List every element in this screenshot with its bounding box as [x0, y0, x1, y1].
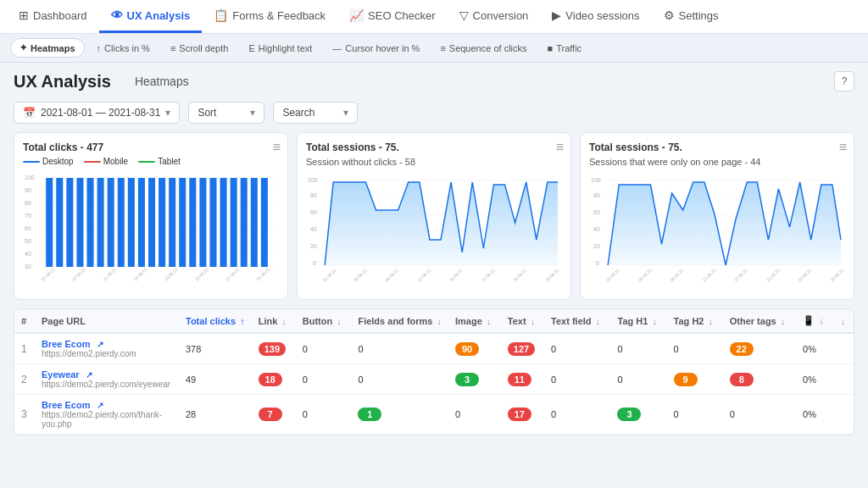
svg-text:40: 40 — [310, 226, 317, 232]
chart1-menu-icon[interactable]: ≡ — [273, 140, 281, 155]
svg-text:29.08.21: 29.08.21 — [829, 268, 844, 283]
svg-rect-30 — [189, 178, 196, 267]
search-dropdown[interactable]: Search ▾ — [273, 102, 358, 124]
nav-dashboard[interactable]: ⊞ Dashboard — [7, 0, 99, 33]
th-othertags[interactable]: Other tags ↓ — [723, 309, 796, 333]
external-link-icon[interactable]: ↗ — [97, 401, 103, 410]
th-mobile[interactable]: 📱 ↓ — [796, 309, 832, 333]
total-clicks-cell: 378 — [179, 333, 252, 364]
nav-video[interactable]: ▶ Video sessions — [540, 0, 651, 33]
svg-text:29.08.21: 29.08.21 — [544, 268, 559, 283]
th-link[interactable]: Link ↓ — [252, 309, 296, 333]
th-url: Page URL — [35, 309, 179, 333]
heatmap-icon: ✦ — [19, 42, 27, 53]
subnav-highlight[interactable]: E Highlight text — [240, 40, 320, 57]
th-textfield[interactable]: Text field ↓ — [544, 309, 610, 333]
image-sort-icon: ↓ — [487, 316, 492, 326]
sub-navigation: ✦ Heatmaps ↑ Clicks in % ≡ Scroll depth … — [0, 34, 868, 63]
chart3-menu-icon[interactable]: ≡ — [839, 140, 847, 155]
svg-text:01.08.21: 01.08.21 — [605, 268, 620, 283]
total-clicks-cell: 28 — [179, 395, 252, 435]
page-url: https://demo2.pierdy.com/thank-you.php — [42, 410, 172, 429]
table-cell: 0 — [667, 395, 723, 435]
nav-forms-feedback[interactable]: 📋 Forms & Feedback — [202, 0, 337, 33]
th-extra[interactable]: ↓ — [832, 309, 854, 333]
legend-desktop-label: Desktop — [42, 157, 74, 166]
legend-tablet: Tablet — [138, 157, 181, 166]
external-link-icon[interactable]: ↗ — [86, 370, 92, 380]
svg-text:05.08.21: 05.08.21 — [353, 268, 368, 283]
nav-settings[interactable]: ⚙ Settings — [652, 0, 731, 33]
nav-conversion[interactable]: ▽ Conversion — [448, 0, 541, 33]
total-clicks-sort-icon: ↑ — [240, 316, 245, 326]
subnav-heatmaps[interactable]: ✦ Heatmaps — [10, 38, 85, 58]
table-cell: 0 — [351, 364, 448, 395]
page-name-link[interactable]: Eyewear ↗ — [42, 369, 172, 380]
mobile-icon: 📱 — [803, 315, 815, 325]
page-name-link[interactable]: Bree Ecom ↗ — [42, 339, 172, 349]
svg-text:31.08.21: 31.08.21 — [255, 267, 270, 282]
desktop-dot — [23, 161, 40, 163]
link-sort-icon: ↓ — [281, 316, 287, 326]
page-url: https://demo2.pierdy.com — [42, 349, 172, 358]
subnav-clicks[interactable]: ↑ Clicks in % — [88, 40, 159, 57]
th-button[interactable]: Button ↓ — [296, 309, 352, 333]
table-cell: 7 — [252, 395, 296, 435]
table-row: 2 Eyewear ↗ https://demo2.pierdy.com/eye… — [14, 364, 854, 395]
extra-cell — [832, 333, 854, 364]
top-navigation: ⊞ Dashboard 👁 UX Analysis 📋 Forms & Feed… — [0, 0, 868, 34]
help-icon: ? — [842, 75, 848, 87]
svg-text:60: 60 — [25, 225, 31, 231]
th-tagh1[interactable]: Tag H1 ↓ — [610, 309, 666, 333]
svg-rect-18 — [66, 178, 73, 267]
table-cell: 127 — [501, 333, 544, 364]
subnav-traffic[interactable]: ■ Traffic — [539, 40, 591, 57]
svg-rect-16 — [46, 178, 53, 267]
chart2-menu-icon[interactable]: ≡ — [556, 140, 564, 155]
svg-rect-35 — [241, 178, 248, 267]
th-num: # — [14, 309, 35, 333]
chart3-title: Total sessions - 75. — [589, 141, 845, 153]
row-number: 1 — [14, 333, 35, 364]
svg-text:30: 30 — [25, 263, 31, 269]
data-table: # Page URL Total clicks ↑ Link ↓ Button … — [14, 308, 854, 435]
th-fields[interactable]: Fields and forms ↓ — [351, 309, 448, 333]
subnav-cursor[interactable]: — Cursor hover in % — [324, 40, 428, 57]
row-number: 3 — [14, 395, 35, 435]
svg-text:90: 90 — [25, 187, 31, 193]
mobile-cell: 0% — [796, 364, 832, 395]
th-image[interactable]: Image ↓ — [448, 309, 501, 333]
svg-text:05.08.21: 05.08.21 — [637, 268, 653, 283]
subnav-sequence[interactable]: ≡ Sequence of clicks — [431, 40, 535, 57]
svg-rect-36 — [251, 178, 258, 267]
date-range-picker[interactable]: 📅 2021-08-01 — 2021-08-31 ▾ — [14, 102, 180, 124]
svg-rect-19 — [76, 178, 83, 267]
table-cell: 0 — [610, 364, 666, 395]
svg-text:13.08.21: 13.08.21 — [701, 268, 716, 283]
fields-sort-icon: ↓ — [437, 316, 442, 326]
table-cell: 0 — [667, 333, 723, 364]
help-button[interactable]: ? — [834, 71, 854, 92]
highlight-icon: E — [248, 43, 254, 53]
page-name-link[interactable]: Bree Ecom ↗ — [42, 400, 172, 410]
nav-seo[interactable]: 📈 SEO Checker — [337, 0, 447, 33]
th-tagh2[interactable]: Tag H2 ↓ — [667, 309, 723, 333]
breadcrumb-sub: Heatmaps — [135, 75, 189, 88]
svg-rect-23 — [118, 178, 125, 267]
svg-text:20: 20 — [593, 243, 600, 249]
th-text[interactable]: Text ↓ — [501, 309, 544, 333]
subnav-cursor-label: Cursor hover in % — [345, 43, 420, 53]
table-cell: 3 — [448, 364, 501, 395]
subnav-scroll[interactable]: ≡ Scroll depth — [162, 40, 237, 57]
svg-text:20: 20 — [310, 243, 317, 249]
nav-ux-analysis[interactable]: 👁 UX Analysis — [99, 0, 203, 33]
legend-mobile-label: Mobile — [103, 157, 128, 166]
th-total-clicks[interactable]: Total clicks ↑ — [179, 309, 252, 333]
external-link-icon[interactable]: ↗ — [97, 340, 103, 349]
chart2-area: 100 80 60 40 20 0 — [306, 172, 562, 291]
nav-conversion-label: Conversion — [473, 9, 529, 22]
svg-rect-24 — [128, 178, 135, 267]
sort-dropdown[interactable]: Sort ▾ — [188, 102, 264, 124]
svg-text:80: 80 — [25, 200, 31, 206]
ux-icon: 👁 — [111, 8, 123, 22]
